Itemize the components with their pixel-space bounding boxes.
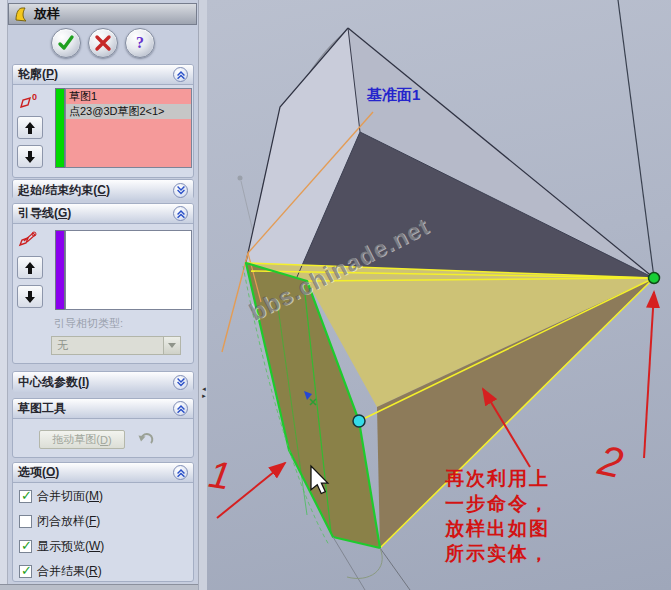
down-arrow-icon: [24, 290, 36, 304]
sketch-point-leader: [241, 181, 254, 236]
app-window: 放样 ? 轮廓(P): [0, 0, 671, 590]
move-guide-up-button[interactable]: [17, 256, 43, 279]
guide-tangency-select[interactable]: 无: [51, 336, 181, 355]
merge-tangent-faces-checkbox[interactable]: ✓ 合并切面(M): [19, 488, 103, 505]
start-end-constraints-header[interactable]: 起始/结束约束(C): [13, 180, 193, 200]
construction-line: [333, 537, 365, 590]
question-icon: ?: [129, 32, 151, 54]
start-end-constraints-group: 起始/结束约束(C): [12, 179, 194, 199]
guide-selection-bar: [55, 230, 65, 310]
guide-curves-group: 引导线(G) 引导相切类型: 无: [12, 203, 194, 364]
profile-list-item[interactable]: 草图1: [66, 89, 191, 104]
vertex-point-green[interactable]: [649, 273, 660, 284]
guide-curves-header[interactable]: 引导线(G): [13, 204, 193, 224]
svg-text:?: ?: [136, 34, 144, 51]
checkmark-icon: ✓: [21, 488, 32, 503]
close-loft-checkbox[interactable]: ✓ 闭合放样(F): [19, 513, 100, 530]
drag-sketch-button[interactable]: 拖动草图(D): [39, 430, 125, 449]
sketch-tools-header[interactable]: 草图工具: [13, 399, 193, 419]
panel-title: 放样: [34, 5, 60, 23]
checkbox-box: ✓: [19, 490, 32, 503]
annotation-line: 一步命令，: [445, 491, 550, 516]
collapse-chevron-up-icon[interactable]: [173, 67, 188, 82]
checkmark-icon: ✓: [21, 538, 32, 553]
expand-chevron-down-icon[interactable]: [173, 375, 188, 390]
checkbox-box: ✓: [19, 540, 32, 553]
guide-curves-label: 引导线(G): [18, 205, 71, 222]
check-icon: [55, 32, 77, 54]
cancel-button[interactable]: [88, 28, 118, 58]
checkbox-box: ✓: [19, 515, 32, 528]
vertex-point-cyan[interactable]: [353, 415, 365, 427]
down-arrow-icon: [24, 150, 36, 164]
dropdown-arrow-icon: [163, 337, 180, 354]
checkmark-icon: ✓: [21, 563, 32, 578]
centerline-parameters-group: 中心线参数(I): [12, 371, 194, 391]
merge-result-checkbox[interactable]: ✓ 合并结果(R): [19, 563, 102, 580]
construction-line: [380, 548, 410, 590]
checkbox-label: 合并切面(M): [37, 488, 103, 505]
window-left-edge: [0, 0, 8, 590]
options-label: 选项(O): [18, 464, 59, 481]
reference-plane-label: 基准面1: [367, 86, 420, 105]
help-button[interactable]: ?: [125, 28, 155, 58]
close-icon: [92, 32, 114, 54]
sketch-tools-group: 草图工具 拖动草图(D): [12, 398, 194, 458]
svg-text:0: 0: [32, 92, 37, 102]
ok-button[interactable]: [51, 28, 81, 58]
sketch-line[interactable]: [222, 253, 248, 352]
checkbox-label: 显示预览(W): [37, 538, 104, 555]
loft-property-manager: 放样 ? 轮廓(P): [8, 0, 198, 584]
profile-selection-icon: 0: [18, 92, 40, 110]
centerline-parameters-label: 中心线参数(I): [18, 374, 89, 391]
checkbox-label: 闭合放样(F): [37, 513, 100, 530]
move-profile-down-button[interactable]: [17, 145, 43, 168]
annotation-line: 再次利用上: [445, 466, 550, 491]
guide-tangency-label: 引导相切类型:: [54, 316, 123, 331]
sketch-point[interactable]: [238, 176, 243, 181]
centerline-parameters-header[interactable]: 中心线参数(I): [13, 372, 193, 392]
collapse-chevron-up-icon[interactable]: [173, 465, 188, 480]
property-manager-titlebar: 放样: [8, 3, 197, 25]
checkbox-box: ✓: [19, 565, 32, 578]
options-group: 选项(O) ✓ 合并切面(M) ✓ 闭合放样(F) ✓ 显示预览(W) ✓ 合并…: [12, 462, 194, 582]
show-preview-checkbox[interactable]: ✓ 显示预览(W): [19, 538, 104, 555]
options-header[interactable]: 选项(O): [13, 463, 193, 483]
guide-curve-selection-icon: [18, 230, 40, 248]
profile-group: 轮廓(P) 0 草图1 点23@3D草图2<1>: [12, 64, 194, 178]
profile-list-item[interactable]: 点23@3D草图2<1>: [66, 104, 191, 119]
move-profile-up-button[interactable]: [17, 116, 43, 139]
panel-splitter[interactable]: ◄►: [198, 0, 207, 590]
undo-icon[interactable]: [137, 431, 155, 447]
panel-bottom-edge: [0, 584, 207, 590]
construction-line[interactable]: [618, 0, 654, 278]
start-end-constraints-label: 起始/结束约束(C): [18, 182, 110, 199]
profile-selection-bar: [55, 88, 65, 168]
profile-group-label: 轮廓(P): [18, 66, 58, 83]
annotation-text: 再次利用上 一步命令， 放样出如图 所示实体，: [445, 466, 550, 566]
graphics-viewport[interactable]: bbs.chinade.net 基准面1 再次利用上 一步命令， 放样出如图 所…: [207, 0, 671, 590]
sketch-tools-label: 草图工具: [18, 400, 66, 417]
guide-tangency-value: 无: [57, 338, 68, 353]
move-guide-down-button[interactable]: [17, 285, 43, 308]
collapse-chevron-up-icon[interactable]: [173, 401, 188, 416]
annotation-line: 放样出如图: [445, 516, 550, 541]
loft-feature-icon: [13, 6, 29, 23]
up-arrow-icon: [24, 261, 36, 275]
guide-curve-list[interactable]: [65, 230, 192, 310]
expand-chevron-down-icon[interactable]: [173, 183, 188, 198]
collapse-chevron-up-icon[interactable]: [173, 206, 188, 221]
pm-toolbar: ?: [8, 28, 197, 62]
profile-list[interactable]: 草图1 点23@3D草图2<1>: [65, 88, 192, 168]
construction-curve: [347, 548, 382, 578]
checkbox-label: 合并结果(R): [37, 563, 102, 580]
profile-group-header[interactable]: 轮廓(P): [13, 65, 193, 85]
up-arrow-icon: [24, 121, 36, 135]
annotation-line: 所示实体，: [445, 541, 550, 566]
